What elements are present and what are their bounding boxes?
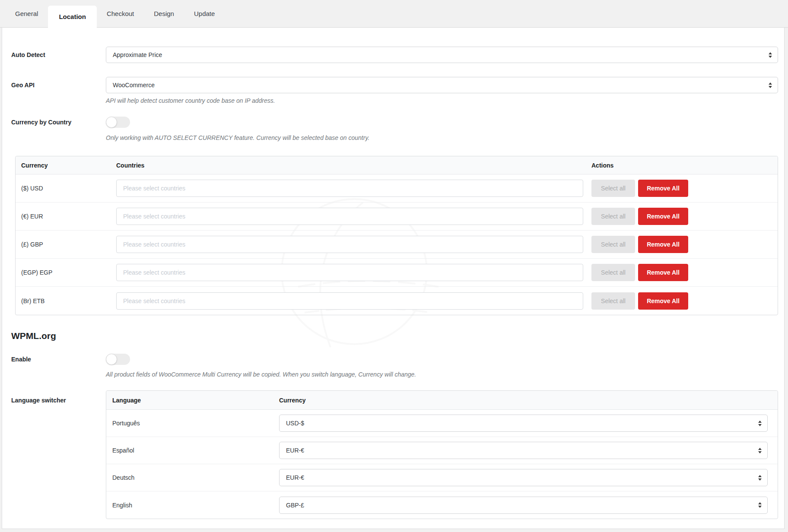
table-row-eur: (€) EUR Select all Remove All xyxy=(16,203,778,231)
table-row-usd: ($) USD Select all Remove All xyxy=(16,174,778,203)
language-currency-select-deutsch[interactable]: EUR-€ xyxy=(279,469,768,486)
geo-api-label: Geo API xyxy=(11,77,106,93)
toggle-knob xyxy=(106,354,117,365)
tab-general[interactable]: General xyxy=(5,0,48,27)
select-stepper-icon xyxy=(758,475,762,481)
selected-currency-value: EUR-€ xyxy=(286,447,304,454)
language-column-header: Language xyxy=(106,397,279,404)
select-stepper-icon xyxy=(758,502,762,508)
geo-api-selected-value: WooCommerce xyxy=(113,82,155,89)
language-label: Español xyxy=(106,447,279,454)
countries-input-gbp[interactable] xyxy=(116,236,583,253)
geo-api-row: Geo API WooCommerce API will help detect… xyxy=(2,77,784,104)
wpml-section-heading: WPML.org xyxy=(11,331,784,341)
select-all-button[interactable]: Select all xyxy=(591,208,635,225)
wpml-enable-help-text: All product fields of WooCommerce Multi … xyxy=(106,371,778,378)
actions-column-header: Actions xyxy=(586,162,778,169)
auto-detect-selected-value: Approximate Price xyxy=(113,51,162,58)
currency-code-label: (£) GBP xyxy=(16,241,116,248)
currency-table-header: Currency Countries Actions xyxy=(16,156,778,174)
tab-update[interactable]: Update xyxy=(184,0,225,27)
countries-input-etb[interactable] xyxy=(116,292,583,310)
countries-input-egp[interactable] xyxy=(116,264,583,281)
tab-design[interactable]: Design xyxy=(144,0,184,27)
countries-input-usd[interactable] xyxy=(116,180,583,197)
language-label: English xyxy=(106,502,279,509)
select-stepper-icon xyxy=(769,52,772,58)
auto-detect-row: Auto Detect Approximate Price xyxy=(2,47,784,63)
language-switcher-table: Language Currency Português USD-$ Españo… xyxy=(106,390,778,519)
remove-all-button[interactable]: Remove All xyxy=(638,292,688,310)
language-currency-select-portugues[interactable]: USD-$ xyxy=(279,415,768,432)
selected-currency-value: USD-$ xyxy=(286,420,304,427)
currency-code-label: (€) EUR xyxy=(16,213,116,220)
remove-all-button[interactable]: Remove All xyxy=(638,236,688,253)
auto-detect-label: Auto Detect xyxy=(11,47,106,63)
select-stepper-icon xyxy=(758,421,762,426)
geo-api-help-text: API will help detect customer country co… xyxy=(106,97,778,104)
location-settings-panel: Auto Detect Approximate Price Geo API Wo… xyxy=(2,28,785,529)
select-stepper-icon xyxy=(769,82,772,88)
language-row-portugues: Português USD-$ xyxy=(106,410,778,437)
tab-checkout[interactable]: Checkout xyxy=(97,0,144,27)
currency-by-country-help-text: Only working with AUTO SELECT CURRENCY f… xyxy=(106,134,778,142)
selected-currency-value: GBP-£ xyxy=(286,502,304,509)
currency-column-header: Currency xyxy=(16,162,116,169)
currency-code-label: (Br) ETB xyxy=(16,298,116,304)
table-row-egp: (EGP) EGP Select all Remove All xyxy=(16,259,778,287)
select-all-button[interactable]: Select all xyxy=(591,236,635,253)
table-row-etb: (Br) ETB Select all Remove All xyxy=(16,287,778,315)
language-table-header: Language Currency xyxy=(106,391,778,410)
language-label: Português xyxy=(106,420,279,427)
currency-column-header: Currency xyxy=(279,397,778,404)
currency-by-country-row: Currency by Country Only working with AU… xyxy=(2,117,784,142)
selected-currency-value: EUR-€ xyxy=(286,474,304,481)
table-row-gbp: (£) GBP Select all Remove All xyxy=(16,231,778,259)
tab-location[interactable]: Location xyxy=(48,6,97,28)
remove-all-button[interactable]: Remove All xyxy=(638,264,688,281)
currency-code-label: (EGP) EGP xyxy=(16,269,116,276)
select-all-button[interactable]: Select all xyxy=(591,292,635,310)
toggle-knob xyxy=(106,117,117,128)
language-label: Deutsch xyxy=(106,474,279,481)
remove-all-button[interactable]: Remove All xyxy=(638,208,688,225)
currency-countries-table: Currency Countries Actions ($) USD Selec… xyxy=(15,156,778,315)
language-switcher-label: Language switcher xyxy=(11,390,106,404)
select-all-button[interactable]: Select all xyxy=(591,264,635,281)
settings-tab-bar: General Location Checkout Design Update xyxy=(0,0,788,28)
wpml-enable-toggle[interactable] xyxy=(106,354,130,365)
wpml-enable-label: Enable xyxy=(11,354,106,365)
geo-api-select[interactable]: WooCommerce xyxy=(106,77,778,93)
currency-by-country-label: Currency by Country xyxy=(11,117,106,128)
remove-all-button[interactable]: Remove All xyxy=(638,180,688,197)
language-row-deutsch: Deutsch EUR-€ xyxy=(106,464,778,491)
countries-column-header: Countries xyxy=(116,162,586,169)
select-all-button[interactable]: Select all xyxy=(591,180,635,197)
language-row-english: English GBP-£ xyxy=(106,491,778,519)
currency-by-country-toggle[interactable] xyxy=(106,117,130,128)
countries-input-eur[interactable] xyxy=(116,208,583,225)
language-row-espanol: Español EUR-€ xyxy=(106,437,778,464)
select-stepper-icon xyxy=(758,448,762,453)
wpml-enable-row: Enable All product fields of WooCommerce… xyxy=(2,354,784,378)
language-currency-select-espanol[interactable]: EUR-€ xyxy=(279,442,768,459)
language-switcher-row: Language switcher Language Currency Port… xyxy=(2,390,784,519)
currency-code-label: ($) USD xyxy=(16,185,116,192)
language-currency-select-english[interactable]: GBP-£ xyxy=(279,497,768,514)
auto-detect-select[interactable]: Approximate Price xyxy=(106,47,778,63)
